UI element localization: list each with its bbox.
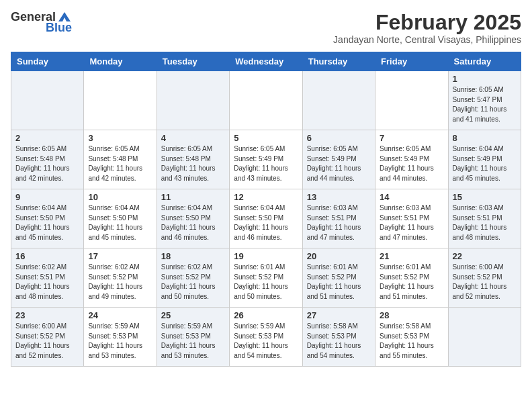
calendar-cell bbox=[157, 71, 229, 130]
day-number: 18 bbox=[161, 251, 225, 261]
day-number: 4 bbox=[161, 133, 225, 143]
calendar-cell: 24Sunrise: 5:59 AM Sunset: 5:53 PM Dayli… bbox=[84, 308, 157, 367]
calendar-cell: 3Sunrise: 6:05 AM Sunset: 5:48 PM Daylig… bbox=[84, 130, 157, 189]
calendar-cell: 9Sunrise: 6:04 AM Sunset: 5:50 PM Daylig… bbox=[11, 189, 84, 248]
day-info: Sunrise: 6:00 AM Sunset: 5:52 PM Dayligh… bbox=[453, 263, 517, 302]
day-number: 22 bbox=[453, 251, 517, 261]
calendar-week-row: 16Sunrise: 6:02 AM Sunset: 5:51 PM Dayli… bbox=[11, 248, 521, 308]
calendar-table: SundayMondayTuesdayWednesdayThursdayFrid… bbox=[11, 52, 521, 367]
day-number: 7 bbox=[380, 133, 443, 143]
day-number: 16 bbox=[15, 251, 79, 261]
day-info: Sunrise: 6:03 AM Sunset: 5:51 PM Dayligh… bbox=[453, 203, 517, 242]
day-number: 17 bbox=[88, 251, 152, 261]
calendar-header-tuesday: Tuesday bbox=[157, 52, 229, 71]
calendar-cell bbox=[230, 71, 302, 130]
calendar-week-row: 2Sunrise: 6:05 AM Sunset: 5:48 PM Daylig… bbox=[11, 130, 521, 189]
day-number: 25 bbox=[161, 310, 225, 320]
day-number: 21 bbox=[380, 251, 443, 261]
day-number: 26 bbox=[234, 310, 298, 320]
day-info: Sunrise: 6:05 AM Sunset: 5:48 PM Dayligh… bbox=[161, 144, 225, 183]
day-info: Sunrise: 6:04 AM Sunset: 5:50 PM Dayligh… bbox=[15, 203, 79, 242]
logo-text-blue: Blue bbox=[46, 21, 72, 34]
day-number: 1 bbox=[453, 74, 517, 84]
day-info: Sunrise: 6:04 AM Sunset: 5:50 PM Dayligh… bbox=[234, 203, 298, 242]
calendar-week-row: 9Sunrise: 6:04 AM Sunset: 5:50 PM Daylig… bbox=[11, 189, 521, 248]
day-info: Sunrise: 5:59 AM Sunset: 5:53 PM Dayligh… bbox=[88, 322, 152, 361]
day-number: 27 bbox=[307, 310, 371, 320]
day-number: 14 bbox=[380, 192, 443, 202]
calendar-cell: 26Sunrise: 5:59 AM Sunset: 5:53 PM Dayli… bbox=[230, 308, 302, 367]
calendar-cell: 27Sunrise: 5:58 AM Sunset: 5:53 PM Dayli… bbox=[302, 308, 375, 367]
day-info: Sunrise: 6:01 AM Sunset: 5:52 PM Dayligh… bbox=[307, 263, 371, 302]
calendar-cell: 12Sunrise: 6:04 AM Sunset: 5:50 PM Dayli… bbox=[230, 189, 302, 248]
day-number: 11 bbox=[161, 192, 225, 202]
day-info: Sunrise: 6:03 AM Sunset: 5:51 PM Dayligh… bbox=[307, 203, 371, 242]
day-number: 10 bbox=[88, 192, 152, 202]
calendar-week-row: 23Sunrise: 6:00 AM Sunset: 5:52 PM Dayli… bbox=[11, 308, 521, 367]
calendar-cell: 1Sunrise: 6:05 AM Sunset: 5:47 PM Daylig… bbox=[448, 71, 521, 130]
location-subtitle: Jandayan Norte, Central Visayas, Philipp… bbox=[333, 34, 521, 45]
day-info: Sunrise: 6:04 AM Sunset: 5:50 PM Dayligh… bbox=[161, 203, 225, 242]
day-number: 13 bbox=[307, 192, 371, 202]
calendar-header-friday: Friday bbox=[375, 52, 448, 71]
calendar-cell bbox=[84, 71, 157, 130]
day-info: Sunrise: 6:05 AM Sunset: 5:47 PM Dayligh… bbox=[453, 85, 517, 124]
calendar-cell: 23Sunrise: 6:00 AM Sunset: 5:52 PM Dayli… bbox=[11, 308, 84, 367]
calendar-cell bbox=[448, 308, 521, 367]
calendar-header-wednesday: Wednesday bbox=[230, 52, 302, 71]
calendar-cell: 19Sunrise: 6:01 AM Sunset: 5:52 PM Dayli… bbox=[230, 248, 302, 308]
day-number: 28 bbox=[380, 310, 443, 320]
calendar-cell: 21Sunrise: 6:01 AM Sunset: 5:52 PM Dayli… bbox=[375, 248, 448, 308]
day-info: Sunrise: 6:04 AM Sunset: 5:49 PM Dayligh… bbox=[453, 144, 517, 183]
calendar-cell bbox=[302, 71, 375, 130]
calendar-header-thursday: Thursday bbox=[302, 52, 375, 71]
day-number: 20 bbox=[307, 251, 371, 261]
day-number: 19 bbox=[234, 251, 298, 261]
calendar-cell: 2Sunrise: 6:05 AM Sunset: 5:48 PM Daylig… bbox=[11, 130, 84, 189]
day-number: 5 bbox=[234, 133, 298, 143]
calendar-cell: 18Sunrise: 6:02 AM Sunset: 5:52 PM Dayli… bbox=[157, 248, 229, 308]
calendar-cell: 4Sunrise: 6:05 AM Sunset: 5:48 PM Daylig… bbox=[157, 130, 229, 189]
day-info: Sunrise: 5:58 AM Sunset: 5:53 PM Dayligh… bbox=[307, 322, 371, 361]
calendar-cell: 11Sunrise: 6:04 AM Sunset: 5:50 PM Dayli… bbox=[157, 189, 229, 248]
title-area: February 2025 Jandayan Norte, Central Vi… bbox=[333, 11, 521, 45]
day-info: Sunrise: 6:01 AM Sunset: 5:52 PM Dayligh… bbox=[234, 263, 298, 302]
calendar-header-sunday: Sunday bbox=[11, 52, 84, 71]
day-number: 23 bbox=[15, 310, 79, 320]
day-info: Sunrise: 6:02 AM Sunset: 5:51 PM Dayligh… bbox=[15, 263, 79, 302]
day-number: 15 bbox=[453, 192, 517, 202]
day-info: Sunrise: 6:05 AM Sunset: 5:49 PM Dayligh… bbox=[234, 144, 298, 183]
calendar-cell: 14Sunrise: 6:03 AM Sunset: 5:51 PM Dayli… bbox=[375, 189, 448, 248]
day-info: Sunrise: 6:00 AM Sunset: 5:52 PM Dayligh… bbox=[15, 322, 79, 361]
calendar-cell: 13Sunrise: 6:03 AM Sunset: 5:51 PM Dayli… bbox=[302, 189, 375, 248]
calendar-cell bbox=[375, 71, 448, 130]
calendar-cell: 20Sunrise: 6:01 AM Sunset: 5:52 PM Dayli… bbox=[302, 248, 375, 308]
calendar-cell bbox=[11, 71, 84, 130]
calendar-cell: 25Sunrise: 5:59 AM Sunset: 5:53 PM Dayli… bbox=[157, 308, 229, 367]
calendar-cell: 22Sunrise: 6:00 AM Sunset: 5:52 PM Dayli… bbox=[448, 248, 521, 308]
calendar-cell: 6Sunrise: 6:05 AM Sunset: 5:49 PM Daylig… bbox=[302, 130, 375, 189]
calendar-cell: 28Sunrise: 5:58 AM Sunset: 5:53 PM Dayli… bbox=[375, 308, 448, 367]
day-info: Sunrise: 5:59 AM Sunset: 5:53 PM Dayligh… bbox=[161, 322, 225, 361]
day-info: Sunrise: 6:05 AM Sunset: 5:49 PM Dayligh… bbox=[380, 144, 443, 183]
day-info: Sunrise: 5:58 AM Sunset: 5:53 PM Dayligh… bbox=[380, 322, 443, 361]
day-number: 2 bbox=[15, 133, 79, 143]
month-year-title: February 2025 bbox=[333, 11, 521, 34]
calendar-cell: 8Sunrise: 6:04 AM Sunset: 5:49 PM Daylig… bbox=[448, 130, 521, 189]
day-info: Sunrise: 6:03 AM Sunset: 5:51 PM Dayligh… bbox=[380, 203, 443, 242]
calendar-header-monday: Monday bbox=[84, 52, 157, 71]
calendar-cell: 7Sunrise: 6:05 AM Sunset: 5:49 PM Daylig… bbox=[375, 130, 448, 189]
day-number: 9 bbox=[15, 192, 79, 202]
page-header: General Blue February 2025 Jandayan Nort… bbox=[11, 11, 521, 45]
calendar-header-row: SundayMondayTuesdayWednesdayThursdayFrid… bbox=[11, 52, 521, 71]
logo: General Blue bbox=[11, 11, 72, 34]
day-info: Sunrise: 6:04 AM Sunset: 5:50 PM Dayligh… bbox=[88, 203, 152, 242]
calendar-cell: 17Sunrise: 6:02 AM Sunset: 5:52 PM Dayli… bbox=[84, 248, 157, 308]
calendar-cell: 16Sunrise: 6:02 AM Sunset: 5:51 PM Dayli… bbox=[11, 248, 84, 308]
calendar-cell: 5Sunrise: 6:05 AM Sunset: 5:49 PM Daylig… bbox=[230, 130, 302, 189]
day-info: Sunrise: 6:05 AM Sunset: 5:48 PM Dayligh… bbox=[88, 144, 152, 183]
day-number: 8 bbox=[453, 133, 517, 143]
day-info: Sunrise: 6:02 AM Sunset: 5:52 PM Dayligh… bbox=[161, 263, 225, 302]
day-info: Sunrise: 6:01 AM Sunset: 5:52 PM Dayligh… bbox=[380, 263, 443, 302]
day-number: 12 bbox=[234, 192, 298, 202]
